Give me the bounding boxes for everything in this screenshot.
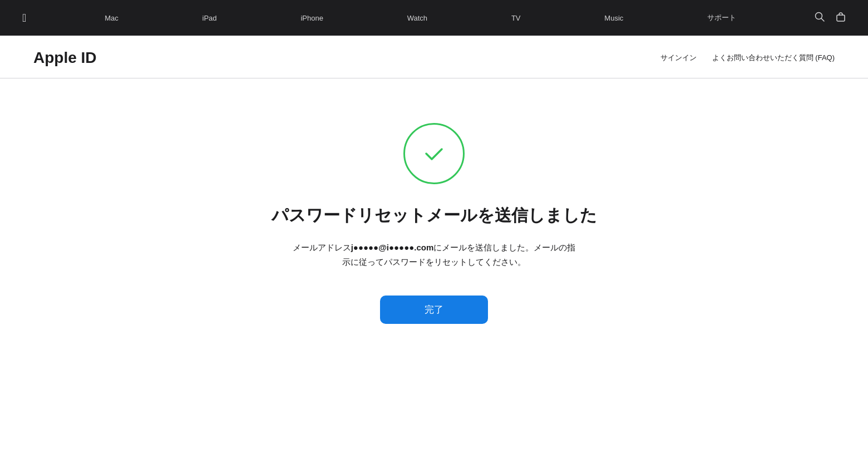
main-content: パスワードリセットメールを送信しました メールアドレスj●●●●●@i●●●●●… <box>0 78 868 357</box>
apple-logo-icon[interactable]:  <box>22 12 26 24</box>
nav-item-ipad[interactable]: iPad <box>197 14 223 22</box>
done-button[interactable]: 完了 <box>380 296 488 324</box>
sign-in-link[interactable]: サインイン <box>660 53 697 63</box>
success-title: パスワードリセットメールを送信しました <box>272 204 597 227</box>
navigation:  Mac iPad iPhone Watch TV Music サポート <box>0 0 868 36</box>
description-prefix: メールアドレス <box>293 243 351 252</box>
svg-rect-2 <box>837 15 845 21</box>
nav-item-watch[interactable]: Watch <box>402 14 433 22</box>
email-address: j●●●●●@i●●●●●.com <box>351 243 434 252</box>
svg-line-1 <box>821 18 824 21</box>
search-icon[interactable] <box>815 12 825 24</box>
nav-item-support[interactable]: サポート <box>702 13 742 23</box>
nav-item-music[interactable]: Music <box>599 14 629 22</box>
sub-header: Apple ID サインイン よくお問い合わせいただく質問 (FAQ) <box>0 36 868 78</box>
bag-icon[interactable] <box>836 12 846 24</box>
success-circle-icon <box>403 123 465 184</box>
checkmark-svg <box>420 139 448 168</box>
faq-link[interactable]: よくお問い合わせいただく質問 (FAQ) <box>712 53 835 63</box>
sub-header-links: サインイン よくお問い合わせいただく質問 (FAQ) <box>660 53 835 63</box>
nav-item-iphone[interactable]: iPhone <box>295 14 328 22</box>
nav-item-tv[interactable]: TV <box>506 14 526 22</box>
success-description: メールアドレスj●●●●●@i●●●●●.comにメールを送信しました。メールの… <box>289 240 579 269</box>
apple-id-title: Apple ID <box>33 49 97 67</box>
nav-item-mac[interactable]: Mac <box>99 14 124 22</box>
